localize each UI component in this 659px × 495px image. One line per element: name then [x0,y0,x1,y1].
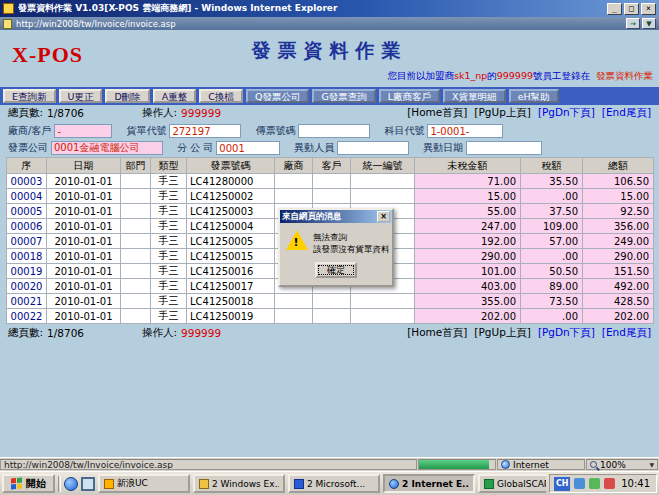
toolbar-button[interactable]: Q發票公司 [246,89,309,103]
quicklaunch-ie-icon[interactable] [64,477,78,491]
cell-total: 92.50 [583,204,654,219]
taskbar-button-label: 新浪UC [117,477,148,490]
close-icon[interactable]: × [641,3,656,15]
tray-icon[interactable] [589,478,600,489]
address-url[interactable]: http://win2008/tw/Invoice/invoice.asp [16,19,624,29]
taskbar-button-label: GlobalSCAPE... [497,479,546,489]
toolbar-button[interactable]: A重整 [153,89,197,103]
quicklaunch-desktop-icon[interactable] [81,477,95,491]
page-icon [3,19,12,29]
toolbar-button[interactable]: X貨單明細 [443,89,506,103]
taskbar-button[interactable]: GlobalSCAPE... [478,474,546,493]
account-input[interactable] [427,124,503,138]
filter-row-2: 發票公司 分 公 司 異動人員 異動日期 [0,140,659,156]
cell-date: 2010-01-01 [47,204,121,219]
toolbar-button[interactable]: C換檔 [199,89,243,103]
cell-dept [121,249,151,264]
tray-icon[interactable] [574,478,585,489]
go-button[interactable]: → [626,18,640,29]
toolbar-button[interactable]: E查詢新 [3,89,56,103]
cell-dept [121,219,151,234]
pager-link[interactable]: [Home首頁] [407,106,467,120]
dialog-ok-button[interactable]: 確定 [315,262,357,278]
pager-link[interactable]: [PgDn下頁] [538,106,595,120]
login-prefix: 您目前以加盟商 [387,70,454,81]
toolbar: E查詢新U更正D刪除A重整C換檔Q發票公司G發票查詢L廠商客戶X貨單明細eH幫助 [0,87,659,105]
pager-links: [Home首頁][PgUp上頁][PgDn下頁][End尾頁] [407,106,651,120]
cell-type: 手三 [151,204,187,219]
cell-seq[interactable]: 00006 [7,219,47,234]
pager-link[interactable]: [End尾頁] [602,326,651,340]
taskbar-button[interactable]: 新浪UC [98,474,190,493]
cell-type: 手三 [151,264,187,279]
cell-seq[interactable]: 00003 [7,174,47,189]
toolbar-button[interactable]: G發票查詢 [312,89,375,103]
zoom-control[interactable]: 100% ▼ [586,459,658,470]
pager-link[interactable]: [PgUp上頁] [474,326,531,340]
dialog-message-line1: 無法查詢 [313,231,390,243]
zoom-dropdown-icon[interactable]: ▼ [649,461,654,468]
cell-date: 2010-01-01 [47,309,121,324]
tray-icon[interactable] [604,478,615,489]
cell-untaxed: 202.00 [415,309,521,324]
cell-uniform_no [351,309,415,324]
cell-untaxed: 247.00 [415,219,521,234]
cell-invoice_no: LC41250019 [187,309,275,324]
cell-untaxed: 192.00 [415,234,521,249]
operator-label: 操作人: [142,106,177,120]
vendor-input[interactable] [54,124,112,138]
column-header: 總額 [583,158,654,174]
cell-seq[interactable]: 00007 [7,234,47,249]
taskbar-button[interactable]: 2 Microsoft... [288,474,380,493]
cell-seq[interactable]: 00018 [7,249,47,264]
table-row: 000042010-01-01手三LC4125000215.00.0015.00 [7,189,654,204]
minimize-icon[interactable]: _ [607,3,622,15]
cell-seq[interactable]: 00020 [7,279,47,294]
module-link[interactable]: 發票資料作業 [596,70,653,81]
cell-date: 2010-01-01 [47,234,121,249]
pager-link[interactable]: [End尾頁] [602,106,651,120]
toolbar-button[interactable]: D刪除 [105,89,149,103]
cell-date: 2010-01-01 [47,219,121,234]
cell-seq[interactable]: 00021 [7,294,47,309]
cell-uniform_no [351,189,415,204]
taskbar-divider [58,476,61,492]
pager-link[interactable]: [PgDn下頁] [538,326,595,340]
pager-link[interactable]: [PgUp上頁] [474,106,531,120]
modified-date-input[interactable] [466,141,542,155]
column-header: 稅額 [521,158,583,174]
pagination-bottom: 總頁數: 1/8706 操作人: 999999 [Home首頁][PgUp上頁]… [0,326,659,339]
language-indicator[interactable]: CH [554,477,570,491]
taskbar-button[interactable]: 2 Windows Ex... [193,474,285,493]
start-button[interactable]: 開始 [2,474,55,493]
shipment-input[interactable] [169,124,241,138]
toolbar-button[interactable]: eH幫助 [509,89,559,103]
company-input[interactable] [51,141,163,155]
voucher-input[interactable] [298,124,370,138]
maximize-icon[interactable]: □ [624,3,639,15]
progress-bar [418,459,496,470]
branch-input[interactable] [216,141,280,155]
cell-uniform_no [351,294,415,309]
toolbar-button[interactable]: L廠商客戶 [379,89,440,103]
operator-value: 999999 [181,107,221,119]
cell-seq[interactable]: 00004 [7,189,47,204]
zoom-level: 100% [600,460,626,470]
modifier-input[interactable] [337,141,409,155]
invoice-table-head-row: 序日期部門類型發票號碼廠商客戶統一編號未稅金額稅額總額 [7,158,654,174]
status-text: http://win2008/tw/Invoice/invoice.asp [0,459,417,470]
cell-tax: 37.50 [521,204,583,219]
cell-seq[interactable]: 00005 [7,204,47,219]
dialog-close-icon[interactable]: × [377,211,390,222]
taskbar-button[interactable]: 2 Internet E... [383,474,475,493]
pager-link[interactable]: [Home首頁] [407,326,467,340]
cell-seq[interactable]: 00022 [7,309,47,324]
cell-untaxed: 15.00 [415,189,521,204]
address-dropdown-icon[interactable]: ▼ [642,18,656,29]
cell-vendor [275,294,313,309]
cell-seq[interactable]: 00019 [7,264,47,279]
toolbar-button[interactable]: U更正 [59,89,103,103]
pagination-top: 總頁數: 1/8706 操作人: 999999 [Home首頁][PgUp上頁]… [0,106,659,119]
branch-label: 分 公 司 [177,141,213,155]
cell-type: 手三 [151,174,187,189]
